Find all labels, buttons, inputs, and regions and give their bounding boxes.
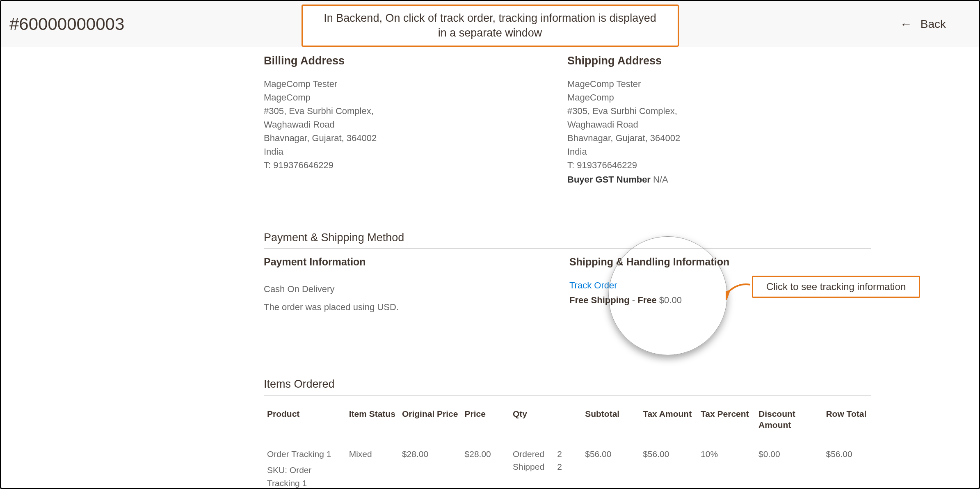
shipping-name: MageComp Tester [567,77,871,91]
billing-address-block: Billing Address MageComp Tester MageComp… [264,55,567,186]
track-order-link[interactable]: Track Order [569,280,617,291]
billing-street: #305, Eva Surbhi Complex, [264,104,567,118]
col-row-total: Row Total [822,404,871,440]
col-discount-amount: Discount Amount [755,404,822,440]
shipping-phone: T: 919376646229 [567,158,871,172]
shipping-city: Bhavnagar, Gujarat, 364002 [567,131,871,145]
billing-address-title: Billing Address [264,55,567,67]
product-sku: SKU: Order Tracking 1 [267,464,343,489]
col-original-price: Original Price [399,404,461,440]
col-tax-percent: Tax Percent [697,404,755,440]
payment-shipping-section-title: Payment & Shipping Method [264,231,871,249]
back-label: Back [921,18,946,31]
items-table: Product Item Status Original Price Price… [264,404,871,489]
free-label: Free [637,295,656,305]
billing-road: Waghawadi Road [264,118,567,131]
billing-country: India [264,145,567,158]
qty-ordered-label: Ordered [513,448,544,461]
col-subtotal: Subtotal [582,404,640,440]
annotation-arrow-icon [726,281,752,300]
billing-company: MageComp [264,91,567,104]
payment-method: Cash On Delivery [264,280,565,298]
cell-qty: Ordered2 Shipped2 [509,440,582,489]
shipping-street: #305, Eva Surbhi Complex, [567,104,871,118]
cell-subtotal: $56.00 [582,440,640,489]
col-product: Product [264,404,346,440]
free-amount: $0.00 [657,295,682,305]
payment-info-block: Payment Information Cash On Delivery The… [264,256,565,316]
payment-currency-note: The order was placed using USD. [264,298,565,316]
items-header-row: Product Item Status Original Price Price… [264,404,871,440]
payment-info-title: Payment Information [264,256,565,268]
annotation-top: In Backend, On click of track order, tra… [302,5,679,47]
cell-tax-percent: 10% [697,440,755,489]
cell-original-price: $28.00 [399,440,461,489]
qty-shipped-value: 2 [557,460,562,473]
free-shipping-label: Free Shipping [569,295,630,305]
items-ordered-title: Items Ordered [264,378,871,396]
shipping-company: MageComp [567,91,871,104]
shipping-handling-title: Shipping & Handling Information [569,256,871,268]
qty-shipped-label: Shipped [513,460,544,473]
cell-tax-amount: $56.00 [640,440,697,489]
col-tax-amount: Tax Amount [640,404,697,440]
shipping-address-block: Shipping Address MageComp Tester MageCom… [567,55,871,186]
cell-product: Order Tracking 1 SKU: Order Tracking 1 [264,440,346,489]
gst-label: Buyer GST Number [567,174,651,185]
billing-city: Bhavnagar, Gujarat, 364002 [264,131,567,145]
annotation-side: Click to see tracking information [752,276,920,298]
page-header: #60000000003 ← Back In Backend, On click… [1,1,979,47]
cell-item-status: Mixed [346,440,399,489]
cell-row-total: $56.00 [822,440,871,489]
billing-name: MageComp Tester [264,77,567,91]
dash: - [630,295,638,305]
cell-discount-amount: $0.00 [755,440,822,489]
arrow-left-icon: ← [900,17,912,31]
col-item-status: Item Status [346,404,399,440]
shipping-country: India [567,145,871,158]
back-button[interactable]: ← Back [900,17,962,31]
col-qty: Qty [509,404,582,440]
gst-value: N/A [653,174,668,185]
shipping-road: Waghawadi Road [567,118,871,131]
billing-phone: T: 919376646229 [264,158,567,172]
order-number: #60000000003 [9,14,124,34]
product-name: Order Tracking 1 [267,448,343,461]
qty-ordered-value: 2 [557,448,562,461]
shipping-address-title: Shipping Address [567,55,871,67]
cell-price: $28.00 [461,440,509,489]
table-row: Order Tracking 1 SKU: Order Tracking 1 M… [264,440,871,489]
col-price: Price [461,404,509,440]
